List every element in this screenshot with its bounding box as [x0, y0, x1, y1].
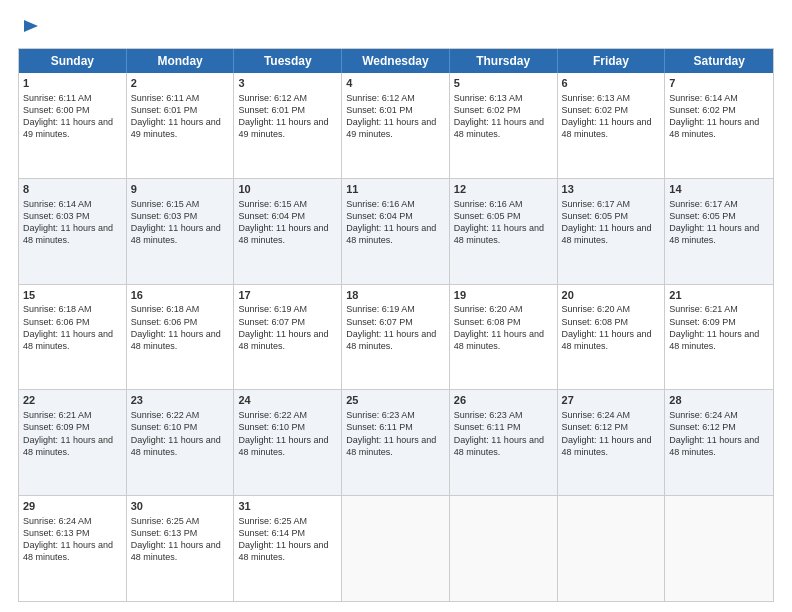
calendar-header-day: Friday [558, 49, 666, 73]
sunrise-text: Sunrise: 6:16 AM [346, 199, 415, 209]
day-number: 1 [23, 76, 122, 91]
day-number: 4 [346, 76, 445, 91]
sunrise-text: Sunrise: 6:24 AM [23, 516, 92, 526]
sunset-text: Sunset: 6:08 PM [562, 317, 629, 327]
day-number: 20 [562, 288, 661, 303]
day-number: 28 [669, 393, 769, 408]
calendar-cell: 7Sunrise: 6:14 AMSunset: 6:02 PMDaylight… [665, 73, 773, 178]
calendar-cell [558, 496, 666, 601]
sunrise-text: Sunrise: 6:23 AM [454, 410, 523, 420]
calendar-cell: 10Sunrise: 6:15 AMSunset: 6:04 PMDayligh… [234, 179, 342, 284]
daylight-text: Daylight: 11 hours and 48 minutes. [454, 329, 544, 351]
sunrise-text: Sunrise: 6:20 AM [562, 304, 631, 314]
sunrise-text: Sunrise: 6:17 AM [669, 199, 738, 209]
calendar-cell: 8Sunrise: 6:14 AMSunset: 6:03 PMDaylight… [19, 179, 127, 284]
sunset-text: Sunset: 6:13 PM [131, 528, 198, 538]
sunset-text: Sunset: 6:03 PM [131, 211, 198, 221]
day-number: 23 [131, 393, 230, 408]
calendar-cell: 17Sunrise: 6:19 AMSunset: 6:07 PMDayligh… [234, 285, 342, 390]
sunrise-text: Sunrise: 6:25 AM [131, 516, 200, 526]
day-number: 9 [131, 182, 230, 197]
sunrise-text: Sunrise: 6:25 AM [238, 516, 307, 526]
daylight-text: Daylight: 11 hours and 48 minutes. [131, 540, 221, 562]
calendar-cell: 28Sunrise: 6:24 AMSunset: 6:12 PMDayligh… [665, 390, 773, 495]
sunrise-text: Sunrise: 6:15 AM [238, 199, 307, 209]
calendar-cell: 12Sunrise: 6:16 AMSunset: 6:05 PMDayligh… [450, 179, 558, 284]
calendar-cell: 9Sunrise: 6:15 AMSunset: 6:03 PMDaylight… [127, 179, 235, 284]
sunset-text: Sunset: 6:05 PM [562, 211, 629, 221]
day-number: 22 [23, 393, 122, 408]
calendar-row: 8Sunrise: 6:14 AMSunset: 6:03 PMDaylight… [19, 178, 773, 284]
daylight-text: Daylight: 11 hours and 49 minutes. [23, 117, 113, 139]
day-number: 11 [346, 182, 445, 197]
sunrise-text: Sunrise: 6:14 AM [23, 199, 92, 209]
daylight-text: Daylight: 11 hours and 48 minutes. [562, 223, 652, 245]
sunrise-text: Sunrise: 6:24 AM [562, 410, 631, 420]
calendar-header-day: Wednesday [342, 49, 450, 73]
daylight-text: Daylight: 11 hours and 48 minutes. [23, 540, 113, 562]
daylight-text: Daylight: 11 hours and 48 minutes. [669, 329, 759, 351]
calendar: SundayMondayTuesdayWednesdayThursdayFrid… [18, 48, 774, 602]
sunset-text: Sunset: 6:04 PM [238, 211, 305, 221]
day-number: 29 [23, 499, 122, 514]
calendar-cell: 27Sunrise: 6:24 AMSunset: 6:12 PMDayligh… [558, 390, 666, 495]
calendar-cell: 3Sunrise: 6:12 AMSunset: 6:01 PMDaylight… [234, 73, 342, 178]
sunset-text: Sunset: 6:07 PM [346, 317, 413, 327]
daylight-text: Daylight: 11 hours and 48 minutes. [23, 435, 113, 457]
sunset-text: Sunset: 6:02 PM [562, 105, 629, 115]
sunrise-text: Sunrise: 6:13 AM [454, 93, 523, 103]
sunset-text: Sunset: 6:07 PM [238, 317, 305, 327]
day-number: 30 [131, 499, 230, 514]
daylight-text: Daylight: 11 hours and 48 minutes. [131, 223, 221, 245]
sunset-text: Sunset: 6:10 PM [131, 422, 198, 432]
calendar-cell: 30Sunrise: 6:25 AMSunset: 6:13 PMDayligh… [127, 496, 235, 601]
calendar-header: SundayMondayTuesdayWednesdayThursdayFrid… [19, 49, 773, 73]
daylight-text: Daylight: 11 hours and 48 minutes. [238, 223, 328, 245]
calendar-cell [450, 496, 558, 601]
sunset-text: Sunset: 6:09 PM [669, 317, 736, 327]
calendar-header-day: Monday [127, 49, 235, 73]
day-number: 7 [669, 76, 769, 91]
day-number: 12 [454, 182, 553, 197]
sunrise-text: Sunrise: 6:19 AM [346, 304, 415, 314]
day-number: 13 [562, 182, 661, 197]
daylight-text: Daylight: 11 hours and 48 minutes. [238, 540, 328, 562]
day-number: 21 [669, 288, 769, 303]
day-number: 10 [238, 182, 337, 197]
sunset-text: Sunset: 6:03 PM [23, 211, 90, 221]
daylight-text: Daylight: 11 hours and 49 minutes. [346, 117, 436, 139]
sunrise-text: Sunrise: 6:19 AM [238, 304, 307, 314]
calendar-header-day: Thursday [450, 49, 558, 73]
sunrise-text: Sunrise: 6:20 AM [454, 304, 523, 314]
sunset-text: Sunset: 6:00 PM [23, 105, 90, 115]
day-number: 6 [562, 76, 661, 91]
daylight-text: Daylight: 11 hours and 48 minutes. [454, 117, 544, 139]
sunrise-text: Sunrise: 6:12 AM [238, 93, 307, 103]
daylight-text: Daylight: 11 hours and 48 minutes. [131, 329, 221, 351]
calendar-cell: 19Sunrise: 6:20 AMSunset: 6:08 PMDayligh… [450, 285, 558, 390]
calendar-row: 1Sunrise: 6:11 AMSunset: 6:00 PMDaylight… [19, 73, 773, 178]
daylight-text: Daylight: 11 hours and 48 minutes. [562, 117, 652, 139]
daylight-text: Daylight: 11 hours and 48 minutes. [454, 435, 544, 457]
sunset-text: Sunset: 6:12 PM [669, 422, 736, 432]
sunset-text: Sunset: 6:04 PM [346, 211, 413, 221]
daylight-text: Daylight: 11 hours and 48 minutes. [238, 329, 328, 351]
sunset-text: Sunset: 6:11 PM [454, 422, 521, 432]
daylight-text: Daylight: 11 hours and 48 minutes. [346, 435, 436, 457]
logo-flag-icon [20, 18, 40, 38]
calendar-cell: 29Sunrise: 6:24 AMSunset: 6:13 PMDayligh… [19, 496, 127, 601]
calendar-row: 29Sunrise: 6:24 AMSunset: 6:13 PMDayligh… [19, 495, 773, 601]
logo [18, 18, 40, 38]
calendar-cell: 20Sunrise: 6:20 AMSunset: 6:08 PMDayligh… [558, 285, 666, 390]
sunset-text: Sunset: 6:09 PM [23, 422, 90, 432]
calendar-body: 1Sunrise: 6:11 AMSunset: 6:00 PMDaylight… [19, 73, 773, 601]
calendar-cell: 14Sunrise: 6:17 AMSunset: 6:05 PMDayligh… [665, 179, 773, 284]
day-number: 17 [238, 288, 337, 303]
sunrise-text: Sunrise: 6:21 AM [669, 304, 738, 314]
calendar-cell: 11Sunrise: 6:16 AMSunset: 6:04 PMDayligh… [342, 179, 450, 284]
day-number: 3 [238, 76, 337, 91]
daylight-text: Daylight: 11 hours and 48 minutes. [346, 329, 436, 351]
sunrise-text: Sunrise: 6:11 AM [131, 93, 200, 103]
day-number: 24 [238, 393, 337, 408]
daylight-text: Daylight: 11 hours and 48 minutes. [562, 329, 652, 351]
